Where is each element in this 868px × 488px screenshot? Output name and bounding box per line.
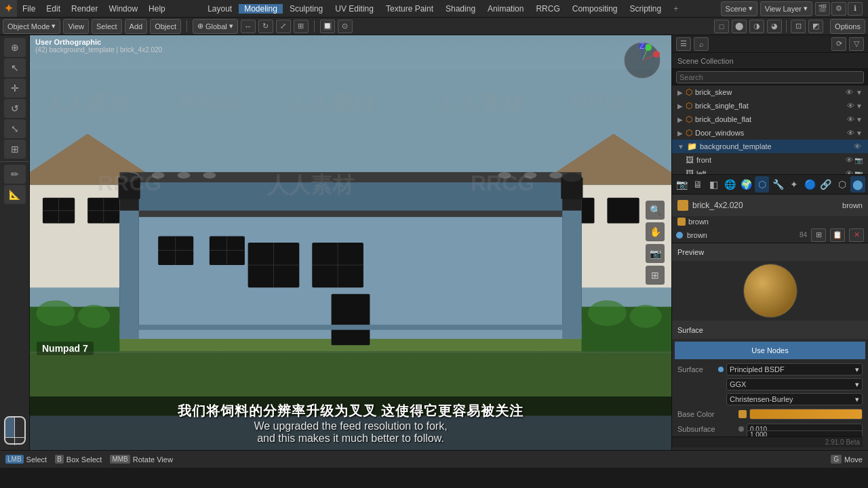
surface-type-dropdown[interactable]: Principled BSDF▾ xyxy=(726,363,863,375)
move-gizmo[interactable]: G Move xyxy=(831,455,863,464)
outliner-item-left[interactable]: 🖼 left 👁 📷 xyxy=(672,167,868,175)
workspace-layout[interactable]: Layout xyxy=(202,4,237,14)
visibility-eye[interactable]: 👁 xyxy=(852,141,863,152)
scale-tool-icon[interactable]: ⤡ xyxy=(4,119,26,138)
outliner-search-input[interactable] xyxy=(676,71,864,83)
tab-material[interactable]: ⬤ xyxy=(850,176,865,192)
outliner-item-brick-double-flat[interactable]: ▶ ⬡ brick_double_flat 👁 ▼ xyxy=(672,113,868,126)
menu-window[interactable]: Window xyxy=(103,0,143,17)
outliner-item-front[interactable]: 🖼 front 👁 📷 xyxy=(672,153,868,167)
snap-toggle[interactable]: 🔲 xyxy=(320,20,335,33)
visibility-eye[interactable]: 👁 xyxy=(844,155,854,165)
material-options-btn[interactable]: ⊞ xyxy=(811,228,826,242)
filter-icon[interactable]: ▼ xyxy=(856,116,863,123)
visibility-eye[interactable]: 👁 xyxy=(845,127,856,138)
material-copy-btn[interactable]: 📋 xyxy=(830,228,845,242)
tab-data[interactable]: ⬡ xyxy=(835,176,850,192)
menu-edit[interactable]: Edit xyxy=(41,0,66,17)
workspace-texture-paint[interactable]: Texture Paint xyxy=(380,4,439,14)
visibility-eye[interactable]: 👁 xyxy=(845,114,856,125)
transform-global[interactable]: ⊕Global▾ xyxy=(193,19,238,34)
material-delete-btn[interactable]: ✕ xyxy=(849,228,864,242)
tab-world[interactable]: 🌍 xyxy=(738,176,753,192)
tab-constraints[interactable]: 🔗 xyxy=(818,176,833,192)
material-color-swatch[interactable] xyxy=(677,200,688,211)
measure-tool[interactable]: 📐 xyxy=(4,185,26,204)
tab-view-layer[interactable]: ◧ xyxy=(707,176,722,192)
filter-icon[interactable]: ▼ xyxy=(856,102,863,110)
workspace-add[interactable]: + xyxy=(668,4,684,14)
box-select-status[interactable]: B Box Select xyxy=(55,455,102,464)
select-status[interactable]: LMB Select xyxy=(5,455,47,464)
preview-header[interactable]: Preview xyxy=(672,243,868,261)
tab-physics[interactable]: 🔵 xyxy=(803,176,818,192)
tab-render[interactable]: 📷 xyxy=(675,176,690,192)
info-btn[interactable]: ℹ xyxy=(848,2,863,16)
rotate-tool[interactable]: ↻ xyxy=(258,20,273,33)
surface-header[interactable]: Surface xyxy=(672,321,868,339)
workspace-compositing[interactable]: Compositing xyxy=(567,4,623,14)
zoom-in-btn[interactable]: 🔍 xyxy=(646,201,665,220)
render-icon[interactable]: 📷 xyxy=(854,157,863,164)
base-color-swatch[interactable] xyxy=(738,410,747,418)
filter-icon[interactable]: ▼ xyxy=(856,129,863,137)
workspace-sculpting[interactable]: Sculpting xyxy=(284,4,328,14)
move-tool-icon[interactable]: ✛ xyxy=(4,79,26,98)
scale-tool[interactable]: ⤢ xyxy=(276,20,291,33)
rotate-tool-icon[interactable]: ↺ xyxy=(4,99,26,118)
use-nodes-button[interactable]: Use Nodes xyxy=(675,342,865,359)
workspace-scripting[interactable]: Scripting xyxy=(624,4,667,14)
render-icon[interactable]: 📷 xyxy=(854,170,863,176)
viewport-shading-mat[interactable]: ◑ xyxy=(749,20,764,33)
rp-filter-btn[interactable]: ☰ xyxy=(676,37,691,51)
outliner-item-brick-single-flat[interactable]: ▶ ⬡ brick_single_flat 👁 ▼ xyxy=(672,99,868,113)
workspace-animation[interactable]: Animation xyxy=(482,4,529,14)
render-btn[interactable]: 🎬 xyxy=(815,2,830,16)
camera-view-btn[interactable]: 📷 xyxy=(646,244,665,263)
grid-btn[interactable]: ⊞ xyxy=(646,266,665,285)
scene-selector[interactable]: Scene▾ xyxy=(721,1,757,16)
object-menu[interactable]: Object xyxy=(150,19,181,34)
select-menu[interactable]: Select xyxy=(92,19,122,34)
base-color-bar[interactable] xyxy=(749,409,863,420)
options-btn[interactable]: Options xyxy=(830,19,865,34)
pan-btn[interactable]: ✋ xyxy=(646,222,665,241)
tab-modifier[interactable]: 🔧 xyxy=(770,176,785,192)
viewport[interactable]: User Orthographic (42) background_templa… xyxy=(30,35,671,450)
select-tool[interactable]: ↖ xyxy=(4,58,26,77)
add-menu[interactable]: Add xyxy=(125,19,148,34)
rp-filter2-btn[interactable]: ▽ xyxy=(849,37,864,51)
rotate-view-status[interactable]: MMB Rotate View xyxy=(110,455,172,464)
transform-tool-icon[interactable]: ⊞ xyxy=(4,140,26,159)
annotate-tool[interactable]: ✏ xyxy=(4,165,26,184)
workspace-shading[interactable]: Shading xyxy=(440,4,481,14)
tab-particles[interactable]: ✦ xyxy=(787,176,802,192)
overlays-btn[interactable]: ⊡ xyxy=(791,20,806,33)
menu-render[interactable]: Render xyxy=(66,0,103,17)
viewport-shading-render[interactable]: ◕ xyxy=(767,20,782,33)
mode-selector[interactable]: Object Mode▾ xyxy=(3,19,60,34)
workspace-rrcg[interactable]: RRCG xyxy=(530,4,565,14)
move-tool[interactable]: ↔ xyxy=(241,20,256,33)
blender-logo-menu[interactable]: ✦ xyxy=(0,0,17,17)
distribution-dropdown[interactable]: GGX▾ xyxy=(726,378,863,390)
rp-search-btn[interactable]: ⌕ xyxy=(694,37,709,51)
settings-btn[interactable]: ⚙ xyxy=(831,2,846,16)
visibility-eye[interactable]: 👁 xyxy=(844,87,854,98)
view-menu[interactable]: View xyxy=(63,19,89,34)
proportional-edit[interactable]: ⊙ xyxy=(338,20,353,33)
outliner-item-door-windows[interactable]: ▶ ⬡ Door_windows 👁 ▼ xyxy=(672,126,868,140)
ss-method-dropdown[interactable]: Christensen-Burley▾ xyxy=(726,393,863,405)
tab-scene[interactable]: 🌐 xyxy=(723,176,738,192)
outliner-item-brick-skew[interactable]: ▶ ⬡ brick_skew 👁 ▼ xyxy=(672,85,868,99)
tab-object[interactable]: ⬡ xyxy=(755,176,770,192)
filter-icon[interactable]: ▼ xyxy=(856,89,863,96)
xray-btn[interactable]: ◩ xyxy=(808,20,823,33)
workspace-modeling[interactable]: Modeling xyxy=(239,4,283,14)
scene-bg[interactable]: 人人素材 RRCG 人人素材 RRCG 人人素材 RRCG 人人素材 RRCG xyxy=(30,35,671,450)
workspace-uv-editing[interactable]: UV Editing xyxy=(330,4,379,14)
visibility-eye[interactable]: 👁 xyxy=(844,168,854,175)
visibility-eye[interactable]: 👁 xyxy=(845,100,856,111)
viewport-shading-wire[interactable]: □ xyxy=(714,20,729,33)
transform-tool[interactable]: ⊞ xyxy=(294,20,309,33)
